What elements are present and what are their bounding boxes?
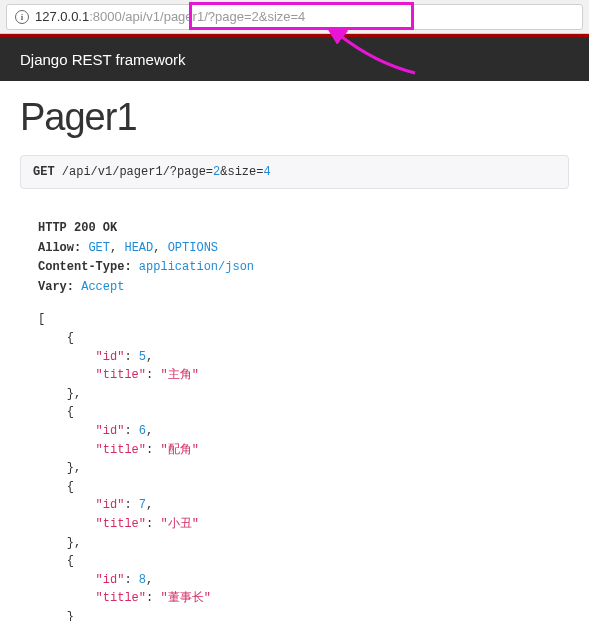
browser-address-bar: i 127.0.0.1:8000/api/v1/pager1/?page=2&s… xyxy=(0,0,589,34)
url-text: 127.0.0.1:8000/api/v1/pager1/?page=2&siz… xyxy=(35,9,305,24)
response-header: Vary: Accept xyxy=(38,278,551,297)
response-body: [ { "id": 5, "title": "主角" }, { "id": 6,… xyxy=(38,310,551,621)
response-block: HTTP 200 OK Allow: GET, HEAD, OPTIONSCon… xyxy=(20,207,569,621)
response-header: Content-Type: application/json xyxy=(38,258,551,277)
status-line: HTTP 200 OK xyxy=(38,221,117,235)
brand-link[interactable]: Django REST framework xyxy=(20,51,186,68)
page-title: Pager1 xyxy=(20,96,569,139)
drf-navbar: Django REST framework xyxy=(0,37,589,81)
request-line: GET /api/v1/pager1/?page=2&size=4 xyxy=(20,155,569,189)
response-header: Allow: GET, HEAD, OPTIONS xyxy=(38,239,551,258)
content-area: Pager1 GET /api/v1/pager1/?page=2&size=4… xyxy=(0,81,589,621)
url-input[interactable]: i 127.0.0.1:8000/api/v1/pager1/?page=2&s… xyxy=(6,4,583,30)
info-icon: i xyxy=(15,10,29,24)
http-method: GET xyxy=(33,165,55,179)
request-path: /api/v1/pager1/?page=2&size=4 xyxy=(62,165,271,179)
